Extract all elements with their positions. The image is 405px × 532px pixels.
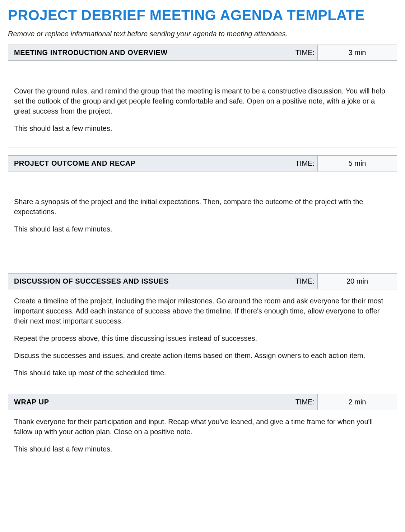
section-header: PROJECT OUTCOME AND RECAP TIME: 5 min bbox=[8, 156, 397, 171]
section-header: WRAP UP TIME: 2 min bbox=[8, 394, 397, 410]
time-value: 5 min bbox=[318, 156, 397, 171]
section-header: DISCUSSION OF SUCCESSES AND ISSUES TIME:… bbox=[8, 274, 397, 289]
section-outcome: PROJECT OUTCOME AND RECAP TIME: 5 min Sh… bbox=[8, 155, 397, 265]
section-discussion: DISCUSSION OF SUCCESSES AND ISSUES TIME:… bbox=[8, 273, 397, 386]
section-body: Share a synopsis of the project and the … bbox=[8, 171, 397, 265]
section-body: Cover the ground rules, and remind the g… bbox=[8, 61, 397, 147]
page-title: PROJECT DEBRIEF MEETING AGENDA TEMPLATE bbox=[8, 7, 397, 23]
time-value: 3 min bbox=[318, 45, 397, 60]
section-body: Thank everyone for their participation a… bbox=[8, 410, 397, 462]
body-paragraph: This should last a few minutes. bbox=[14, 444, 391, 454]
time-value: 20 min bbox=[318, 274, 397, 289]
body-paragraph: Discuss the successes and issues, and cr… bbox=[14, 350, 391, 361]
time-label: TIME: bbox=[282, 45, 318, 60]
body-paragraph: This should last a few minutes. bbox=[14, 123, 391, 133]
time-label: TIME: bbox=[282, 394, 318, 410]
body-paragraph: This should last a few minutes. bbox=[14, 224, 391, 234]
section-intro: MEETING INTRODUCTION AND OVERVIEW TIME: … bbox=[8, 45, 397, 147]
section-header: MEETING INTRODUCTION AND OVERVIEW TIME: … bbox=[8, 45, 397, 61]
time-label: TIME: bbox=[282, 156, 318, 171]
time-label: TIME: bbox=[282, 274, 318, 289]
time-value: 2 min bbox=[318, 394, 397, 410]
section-heading: DISCUSSION OF SUCCESSES AND ISSUES bbox=[8, 274, 282, 289]
section-heading: WRAP UP bbox=[8, 394, 282, 410]
body-paragraph: Create a timeline of the project, includ… bbox=[14, 296, 391, 326]
body-paragraph: Share a synopsis of the project and the … bbox=[14, 197, 391, 217]
section-body: Create a timeline of the project, includ… bbox=[8, 289, 397, 386]
section-wrapup: WRAP UP TIME: 2 min Thank everyone for t… bbox=[8, 394, 397, 462]
body-paragraph: Repeat the process above, this time disc… bbox=[14, 333, 391, 343]
section-heading: PROJECT OUTCOME AND RECAP bbox=[8, 156, 282, 171]
body-paragraph: This should take up most of the schedule… bbox=[14, 368, 391, 378]
instruction-text: Remove or replace informational text bef… bbox=[8, 30, 397, 38]
body-paragraph: Thank everyone for their participation a… bbox=[14, 417, 391, 437]
section-heading: MEETING INTRODUCTION AND OVERVIEW bbox=[8, 45, 282, 60]
body-paragraph: Cover the ground rules, and remind the g… bbox=[14, 86, 391, 116]
